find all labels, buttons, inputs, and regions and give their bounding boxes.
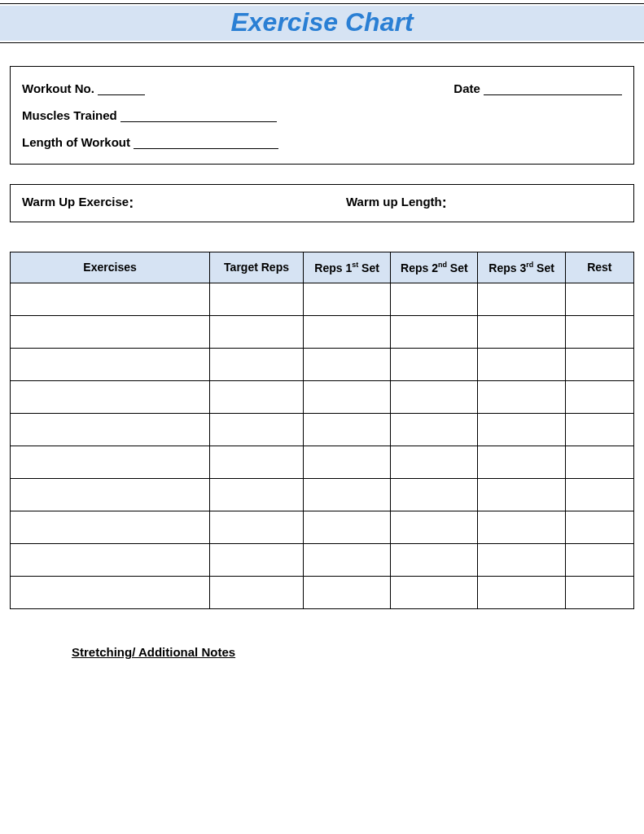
info-box: Workout No. Date Muscles Trained Length … — [10, 66, 634, 165]
table-header-row: Exercises Target Reps Reps 1st Set Reps … — [11, 252, 634, 283]
table-cell[interactable] — [210, 315, 304, 348]
table-body — [11, 283, 634, 608]
table-cell[interactable] — [565, 478, 633, 511]
muscles-trained-blank[interactable] — [120, 111, 277, 122]
table-cell[interactable] — [478, 348, 565, 380]
table-cell[interactable] — [11, 380, 210, 413]
header-reps-1: Reps 1st Set — [304, 252, 391, 283]
page-title: Exercise Chart — [0, 7, 644, 37]
table-cell[interactable] — [391, 283, 478, 315]
table-cell[interactable] — [478, 315, 565, 348]
header-reps-2: Reps 2nd Set — [391, 252, 478, 283]
table-cell[interactable] — [478, 380, 565, 413]
title-rule-bottom — [0, 42, 644, 43]
table-cell[interactable] — [210, 543, 304, 576]
table-cell[interactable] — [304, 380, 391, 413]
table-row — [11, 478, 634, 511]
table-row — [11, 543, 634, 576]
table-cell[interactable] — [304, 283, 391, 315]
date-blank[interactable] — [484, 84, 622, 95]
table-cell[interactable] — [11, 315, 210, 348]
table-cell[interactable] — [304, 315, 391, 348]
table-cell[interactable] — [304, 446, 391, 478]
table-cell[interactable] — [210, 511, 304, 543]
date-label: Date — [453, 81, 480, 95]
header-target-reps: Target Reps — [210, 252, 304, 283]
table-cell[interactable] — [478, 283, 565, 315]
table-cell[interactable] — [565, 511, 633, 543]
table-cell[interactable] — [391, 576, 478, 608]
table-cell[interactable] — [11, 348, 210, 380]
table-cell[interactable] — [391, 446, 478, 478]
table-cell[interactable] — [304, 576, 391, 608]
table-cell[interactable] — [565, 543, 633, 576]
header-rest: Rest — [565, 252, 633, 283]
table-cell[interactable] — [11, 576, 210, 608]
table-cell[interactable] — [565, 413, 633, 446]
table-cell[interactable] — [391, 543, 478, 576]
table-cell[interactable] — [210, 283, 304, 315]
table-cell[interactable] — [478, 511, 565, 543]
table-cell[interactable] — [565, 283, 633, 315]
table-cell[interactable] — [391, 380, 478, 413]
table-cell[interactable] — [11, 446, 210, 478]
table-cell[interactable] — [391, 413, 478, 446]
colon: : — [129, 195, 134, 211]
muscles-trained-label: Muscles Trained — [22, 108, 117, 122]
table-row — [11, 283, 634, 315]
table-cell[interactable] — [210, 478, 304, 511]
exercise-table: Exercises Target Reps Reps 1st Set Reps … — [10, 252, 634, 609]
table-cell[interactable] — [11, 543, 210, 576]
table-row — [11, 511, 634, 543]
table-cell[interactable] — [304, 413, 391, 446]
table-cell[interactable] — [210, 380, 304, 413]
table-cell[interactable] — [11, 413, 210, 446]
length-workout-blank[interactable] — [134, 138, 278, 149]
reps2-sup: nd — [438, 261, 447, 269]
info-row-1: Workout No. Date — [22, 81, 622, 95]
table-cell[interactable] — [11, 511, 210, 543]
table-cell[interactable] — [11, 283, 210, 315]
table-cell[interactable] — [478, 413, 565, 446]
table-cell[interactable] — [11, 478, 210, 511]
colon: : — [442, 195, 447, 211]
reps2-prefix: Reps 2 — [401, 261, 438, 274]
table-cell[interactable] — [478, 446, 565, 478]
table-row — [11, 576, 634, 608]
table-cell[interactable] — [478, 576, 565, 608]
info-row-2: Muscles Trained — [22, 108, 622, 122]
warmup-length-field: Warm up Length: — [346, 195, 622, 212]
table-cell[interactable] — [478, 543, 565, 576]
reps3-sup: rd — [526, 261, 533, 269]
warmup-exercise-label: Warm Up Exercise — [22, 195, 129, 208]
warmup-length-label: Warm up Length — [346, 195, 442, 208]
table-cell[interactable] — [565, 315, 633, 348]
header-exercises: Exercises — [11, 252, 210, 283]
length-workout-field: Length of Workout — [22, 135, 278, 149]
table-row — [11, 348, 634, 380]
table-cell[interactable] — [391, 315, 478, 348]
table-cell[interactable] — [304, 543, 391, 576]
reps3-prefix: Reps 3 — [488, 261, 526, 274]
table-cell[interactable] — [304, 348, 391, 380]
title-rule-top — [0, 3, 644, 4]
table-cell[interactable] — [565, 348, 633, 380]
table-cell[interactable] — [565, 446, 633, 478]
table-cell[interactable] — [304, 478, 391, 511]
table-cell[interactable] — [304, 511, 391, 543]
table-cell[interactable] — [391, 348, 478, 380]
table-cell[interactable] — [210, 348, 304, 380]
table-cell[interactable] — [565, 380, 633, 413]
table-cell[interactable] — [210, 576, 304, 608]
table-cell[interactable] — [210, 413, 304, 446]
table-cell[interactable] — [391, 511, 478, 543]
warmup-exercise-field: Warm Up Exercise: — [22, 195, 346, 212]
table-row — [11, 446, 634, 478]
table-cell[interactable] — [478, 478, 565, 511]
date-field: Date — [453, 81, 622, 95]
workout-no-field: Workout No. — [22, 81, 145, 95]
table-cell[interactable] — [391, 478, 478, 511]
table-cell[interactable] — [565, 576, 633, 608]
table-cell[interactable] — [210, 446, 304, 478]
workout-no-blank[interactable] — [98, 84, 145, 95]
